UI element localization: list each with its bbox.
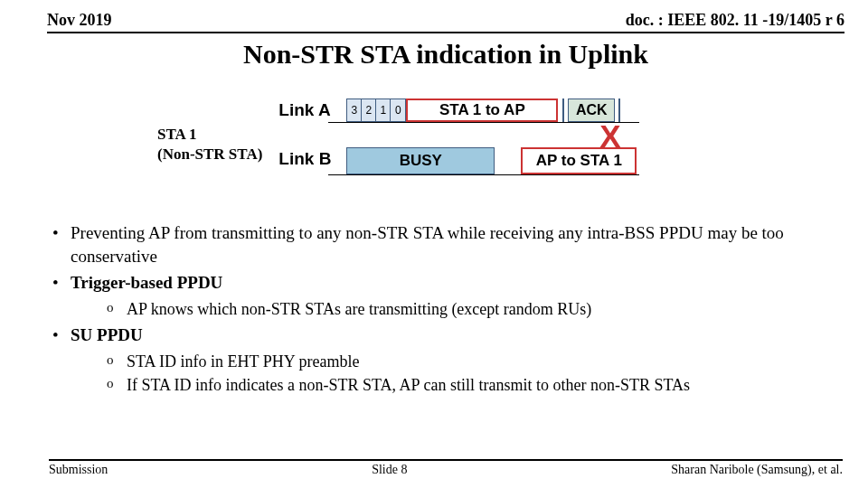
- preamble-seg: 3: [347, 99, 362, 121]
- preamble-seg: 2: [362, 99, 376, 121]
- bullet-item: SU PPDU STA ID info in EHT PHY preamble …: [49, 324, 843, 396]
- link-a-label: Link A: [278, 100, 330, 120]
- preamble-seg: 1: [376, 99, 391, 121]
- header-row: Nov 2019 doc. : IEEE 802. 11 -19/1405 r …: [47, 11, 844, 33]
- bullet-text: Preventing AP from transmitting to any n…: [71, 223, 784, 266]
- header-doc: doc. : IEEE 802. 11 -19/1405 r 6: [626, 11, 844, 30]
- footer-right: Sharan Naribole (Samsung), et al.: [671, 463, 843, 477]
- slide: Nov 2019 doc. : IEEE 802. 11 -19/1405 r …: [0, 0, 868, 488]
- busy-box: BUSY: [346, 147, 495, 174]
- sub-bullet-text: If STA ID info indicates a non-STR STA, …: [127, 376, 690, 394]
- diagram-area: STA 1 (Non-STR STA) Link A Link B 3 2 1 …: [157, 95, 843, 194]
- footer-left: Submission: [49, 463, 108, 477]
- sta1-to-ap-box: STA 1 to AP: [406, 99, 558, 122]
- link-b-label: Link B: [278, 149, 331, 169]
- timeline-a: [328, 122, 639, 123]
- sub-bullet-item: AP knows which non-STR STAs are transmit…: [107, 298, 843, 320]
- page-title: Non-STR STA indication in Uplink: [49, 39, 843, 70]
- sub-bullet-list: AP knows which non-STR STAs are transmit…: [107, 298, 843, 320]
- sub-bullet-item: STA ID info in EHT PHY preamble: [107, 351, 843, 372]
- bullet-text: SU PPDU: [71, 325, 143, 344]
- bullet-item: Trigger-based PPDU AP knows which non-ST…: [49, 271, 843, 320]
- preamble-box: 3 2 1 0: [346, 99, 406, 122]
- sub-bullet-text: AP knows which non-STR STAs are transmit…: [127, 300, 591, 318]
- sifs-gap: [562, 99, 564, 122]
- sub-bullet-text: STA ID info in EHT PHY preamble: [127, 352, 360, 371]
- sub-bullet-list: STA ID info in EHT PHY preamble If STA I…: [107, 351, 843, 397]
- timing-diagram: Link A Link B 3 2 1 0 STA 1 to AP ACK BU…: [278, 95, 649, 194]
- cross-mark-icon: X: [599, 118, 619, 155]
- sta-label: STA 1 (Non-STR STA): [157, 125, 262, 164]
- sta-label-line1: STA 1: [157, 125, 262, 145]
- sub-bullet-item: If STA ID info indicates a non-STR STA, …: [107, 374, 843, 396]
- header-date: Nov 2019: [47, 11, 112, 30]
- bullet-item: Preventing AP from transmitting to any n…: [49, 221, 843, 267]
- footer-row: Submission Slide 8 Sharan Naribole (Sams…: [49, 459, 843, 477]
- footer-center: Slide 8: [372, 463, 407, 477]
- bullet-text: Trigger-based PPDU: [71, 273, 222, 292]
- bullet-list: Preventing AP from transmitting to any n…: [49, 221, 843, 396]
- sta-label-line2: (Non-STR STA): [157, 145, 262, 164]
- preamble-seg: 0: [391, 99, 405, 121]
- timeline-b: [328, 174, 639, 175]
